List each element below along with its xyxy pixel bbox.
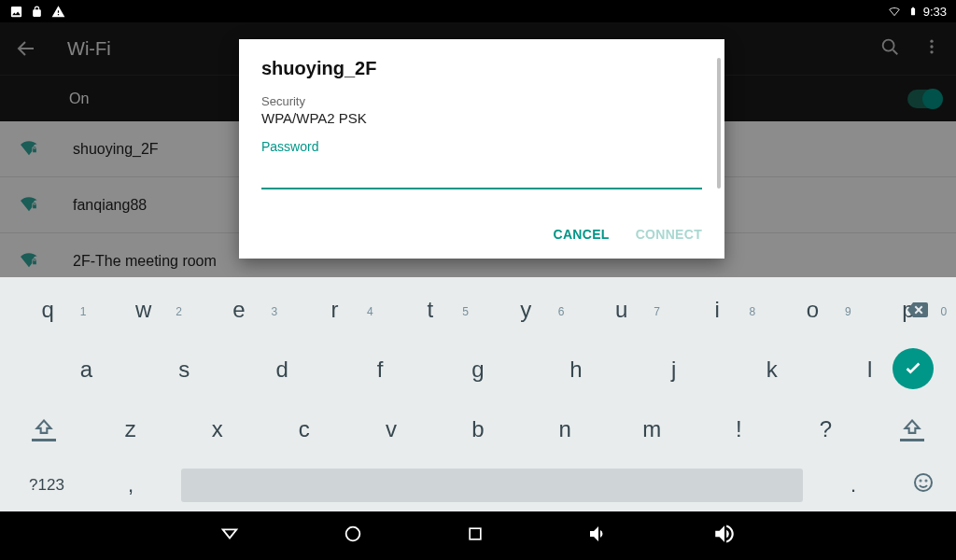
nav-back-icon[interactable]	[219, 524, 240, 548]
svg-point-3	[930, 50, 933, 53]
search-icon[interactable]	[879, 36, 900, 61]
wifi-connect-dialog: shuoying_2F Security WPA/WPA2 PSK Passwo…	[239, 39, 724, 259]
symbols-key[interactable]: ?123	[0, 476, 93, 495]
wifi-lock-icon	[19, 139, 41, 160]
enter-key[interactable]	[893, 348, 934, 389]
network-ssid: shuoying_2F	[73, 141, 159, 158]
dialog-title: shuoying_2F	[261, 58, 702, 79]
password-label: Password	[261, 139, 702, 154]
navigation-bar	[0, 511, 956, 560]
warning-icon	[50, 5, 66, 19]
security-label: Security	[261, 94, 702, 108]
network-ssid: fanqiang88	[73, 197, 147, 214]
connect-button[interactable]: CONNECT	[636, 227, 702, 242]
period-key[interactable]: .	[816, 473, 891, 497]
svg-point-1	[930, 40, 933, 43]
key-n[interactable]: n	[522, 402, 609, 456]
volume-up-icon[interactable]	[712, 522, 737, 550]
key-z[interactable]: z	[87, 402, 174, 456]
shift-key[interactable]	[869, 402, 956, 456]
svg-point-7	[346, 527, 360, 541]
space-key[interactable]	[181, 469, 803, 502]
cancel-button[interactable]: CANCEL	[554, 227, 610, 242]
key-b[interactable]: b	[434, 402, 521, 456]
key-x[interactable]: x	[174, 402, 260, 456]
key-r[interactable]: r4	[287, 283, 382, 337]
key-u[interactable]: u7	[573, 283, 668, 337]
page-title: Wi-Fi	[67, 38, 111, 60]
back-icon[interactable]	[15, 37, 37, 60]
key-?[interactable]: ?	[782, 402, 869, 456]
more-icon[interactable]	[922, 37, 941, 60]
volume-down-icon[interactable]	[587, 523, 610, 549]
key-d[interactable]: d	[233, 343, 331, 397]
scroll-indicator	[717, 58, 721, 189]
svg-point-4	[915, 474, 932, 491]
key-c[interactable]: c	[260, 402, 347, 456]
image-icon	[9, 5, 23, 19]
key-q[interactable]: q1	[0, 283, 95, 337]
svg-point-2	[930, 45, 933, 48]
svg-rect-8	[470, 528, 481, 539]
wifi-status-icon	[886, 5, 903, 18]
nav-recent-icon[interactable]	[466, 525, 485, 547]
wifi-lock-icon	[19, 251, 41, 272]
status-bar: 9:33	[0, 0, 956, 22]
key-t[interactable]: t5	[383, 283, 478, 337]
key-a[interactable]: a	[37, 343, 135, 397]
battery-icon	[908, 4, 918, 19]
lock-icon	[31, 5, 43, 19]
key-v[interactable]: v	[347, 402, 434, 456]
key-k[interactable]: k	[723, 343, 821, 397]
security-value: WPA/WPA2 PSK	[261, 110, 702, 126]
key-s[interactable]: s	[135, 343, 233, 397]
wifi-lock-icon	[19, 195, 41, 216]
key-o[interactable]: o9	[765, 283, 860, 337]
soft-keyboard: q1w2e3r4t5y6u7i8o9p0 asdfghjkl zxcvbnm!?…	[0, 277, 956, 511]
key-i[interactable]: i8	[669, 283, 765, 337]
password-input[interactable]	[261, 156, 702, 189]
svg-point-5	[921, 481, 921, 482]
key-e[interactable]: e3	[191, 283, 287, 337]
emoji-key[interactable]	[891, 471, 956, 499]
nav-home-icon[interactable]	[343, 524, 363, 548]
key-j[interactable]: j	[625, 343, 723, 397]
wifi-switch[interactable]	[907, 90, 941, 108]
key-g[interactable]: g	[429, 343, 527, 397]
key-![interactable]: !	[696, 402, 782, 456]
network-ssid: 2F-The meeting room	[73, 253, 217, 270]
svg-point-6	[926, 481, 927, 482]
comma-key[interactable]: ,	[93, 473, 168, 497]
status-time: 9:33	[923, 5, 947, 19]
key-h[interactable]: h	[527, 343, 625, 397]
key-w[interactable]: w2	[95, 283, 190, 337]
key-m[interactable]: m	[609, 402, 696, 456]
backspace-key[interactable]	[894, 294, 939, 326]
key-y[interactable]: y6	[478, 283, 573, 337]
key-f[interactable]: f	[331, 343, 429, 397]
shift-key[interactable]	[0, 402, 87, 456]
wifi-toggle-label: On	[69, 91, 89, 107]
svg-point-0	[883, 40, 894, 51]
